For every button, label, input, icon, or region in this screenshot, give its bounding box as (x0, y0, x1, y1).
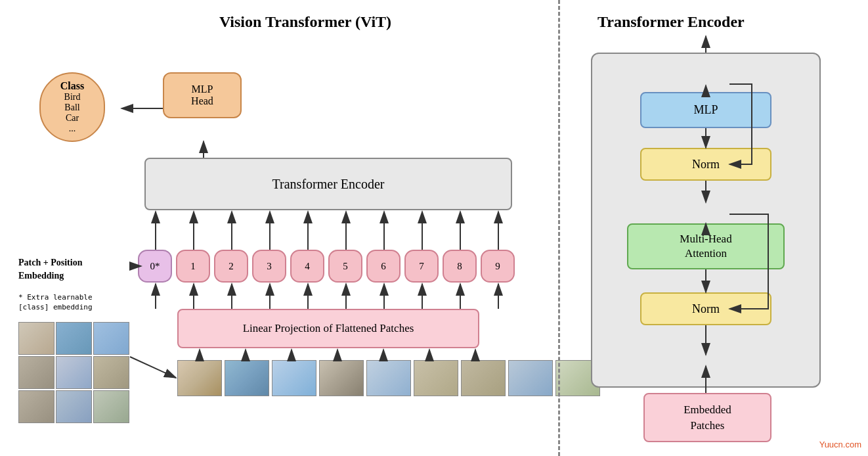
patch-img-1 (225, 360, 269, 396)
main-container: Vision Transformer (ViT) Class Bird Ball… (0, 0, 868, 456)
linear-projection-label: Linear Projection of Flattened Patches (243, 322, 414, 335)
patch-token-2: 2 (214, 250, 248, 283)
transformer-encoder-label: Transformer Encoder (272, 177, 385, 192)
patch-position-label: Patch + PositionEmbedding (18, 256, 82, 282)
te-title: Transformer Encoder (597, 13, 848, 31)
te-mha-label: Multi-HeadAttention (680, 232, 731, 261)
extra-learnable-label: * Extra learnable[class] embedding (18, 292, 93, 313)
te-mha-box: Multi-HeadAttention (627, 223, 785, 269)
patch-img-3 (319, 360, 364, 396)
transformer-encoder-main-box: Transformer Encoder (144, 158, 512, 210)
class-item-more: ... (51, 124, 94, 134)
te-mlp-box: MLP (640, 92, 771, 128)
input-patch-2 (93, 322, 129, 355)
input-image-grid (18, 322, 129, 423)
patch-img-2 (272, 360, 316, 396)
patch-img-6 (461, 360, 506, 396)
embedded-patches-label: EmbeddedPatches (684, 402, 731, 434)
mlp-head-box: MLPHead (163, 72, 242, 118)
class-output-box: Class Bird Ball Car ... (39, 72, 105, 142)
vit-title: Vision Transformer (ViT) (66, 13, 545, 31)
patch-token-8: 8 (443, 250, 477, 283)
watermark: Yuucn.com (819, 440, 861, 449)
patch-img-7 (508, 360, 553, 396)
patch-img-0 (177, 360, 222, 396)
arrow-input-to-patches (130, 357, 176, 378)
patch-token-4: 4 (290, 250, 324, 283)
class-item-car: Car (51, 113, 94, 124)
linear-projection-box: Linear Projection of Flattened Patches (177, 309, 479, 348)
te-norm2-box: Norm (640, 292, 771, 325)
patch-token-9: 9 (481, 250, 515, 283)
input-patch-3 (18, 356, 54, 389)
patch-token-5: 5 (328, 250, 362, 283)
class-item-ball: Ball (51, 103, 94, 113)
te-section: Transformer Encoder L × + MLP Norm + Mul… (558, 0, 868, 456)
input-patch-6 (18, 390, 54, 423)
class-item-bird: Bird (51, 92, 94, 103)
patch-img-5 (414, 360, 458, 396)
input-patch-8 (93, 390, 129, 423)
input-patch-7 (56, 390, 92, 423)
te-norm1-box: Norm (640, 148, 771, 181)
patch-img-4 (366, 360, 411, 396)
input-patch-4 (56, 356, 92, 389)
embedded-patches-box: EmbeddedPatches (643, 393, 771, 442)
patch-token-3: 3 (252, 250, 286, 283)
mlp-head-label: MLPHead (191, 83, 213, 106)
patch-token-6: 6 (366, 250, 401, 283)
class-label: Class (51, 80, 94, 92)
te-mlp-label: MLP (693, 103, 718, 117)
patch-token-0: 0* (138, 250, 172, 283)
input-patch-1 (56, 322, 92, 355)
input-patch-0 (18, 322, 54, 355)
patch-images-row (177, 360, 600, 396)
patch-token-7: 7 (404, 250, 439, 283)
vit-section: Vision Transformer (ViT) Class Bird Ball… (0, 0, 558, 456)
input-patch-5 (93, 356, 129, 389)
patch-embeddings-row: 0* 1 2 3 4 5 6 7 8 9 (138, 250, 515, 283)
te-norm2-label: Norm (692, 302, 720, 316)
patch-token-1: 1 (176, 250, 210, 283)
te-norm1-label: Norm (692, 158, 720, 171)
